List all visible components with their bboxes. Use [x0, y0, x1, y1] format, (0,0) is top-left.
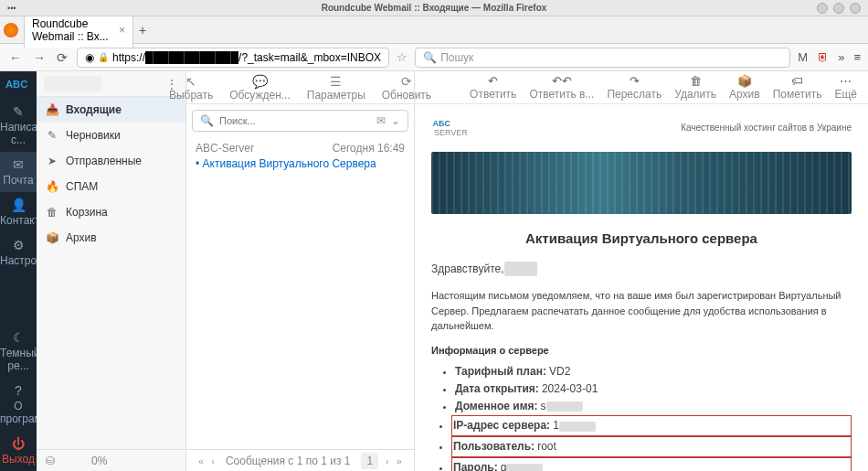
list-item: Доменное имя: s [455, 398, 852, 415]
maximize-button[interactable] [833, 3, 844, 14]
message-subject: Активация Виртуального Сервера [196, 155, 405, 173]
folder-inbox[interactable]: 📥Входящие [37, 97, 185, 123]
pagination-text: Сообщения с 1 по 1 из 1 [226, 455, 351, 467]
archive-button[interactable]: 📦Архив [729, 74, 760, 101]
window-title: Roundcube Webmail :: Входящие — Mozilla … [322, 3, 547, 13]
address-bar[interactable]: ◉ 🔒 https://████████████/?_task=mail&_mb… [77, 48, 389, 68]
prev-page-button[interactable]: ‹ [211, 455, 215, 466]
mail-button[interactable]: ✉Почта [0, 152, 37, 192]
folder-trash[interactable]: 🗑Корзина [37, 199, 185, 225]
tagline: Качественный хостинг сайтов в Украине [681, 123, 852, 133]
cursor-icon: ↖ [169, 74, 213, 89]
gmail-icon[interactable]: M [798, 50, 808, 64]
settings-button[interactable]: ⚙Настройки [0, 232, 37, 273]
extensions-icon[interactable]: » [838, 50, 844, 64]
search-placeholder: Пошук [440, 51, 473, 64]
folder-drafts[interactable]: ✎Черновики [37, 123, 185, 148]
trash-icon: 🗑 [46, 206, 58, 219]
intro-text: Настоящим письмом уведомляем, что на ваш… [431, 288, 852, 334]
more-icon: ⋯ [834, 74, 857, 88]
firefox-logo-icon [4, 23, 18, 37]
redacted [546, 401, 583, 412]
pencil-icon: ✎ [0, 104, 37, 119]
minimize-button[interactable] [817, 3, 828, 14]
inbox-icon: 📥 [46, 103, 58, 116]
replyall-icon: ↶↶ [529, 74, 594, 88]
folder-spam[interactable]: 🔥СПАМ [37, 174, 185, 199]
next-page-button[interactable]: › [386, 455, 389, 466]
forward-button[interactable]: → [31, 48, 48, 67]
sliders-icon: ☰ [307, 74, 365, 89]
browser-tab[interactable]: Roundcube Webmail :: Вх... × [24, 12, 133, 48]
list-item: Дата открытия: 2024-03-01 [455, 380, 852, 398]
message-item[interactable]: ABC-ServerСегодня 16:49 Активация Виртуа… [186, 137, 414, 177]
replyall-button[interactable]: ↶↶Ответить в... [529, 74, 594, 101]
threads-button[interactable]: 💬Обсужден... [229, 74, 291, 102]
app-menu-icon[interactable]: ••• [7, 4, 16, 13]
account-label [44, 76, 101, 91]
message-sender: ABC-Server [196, 142, 254, 155]
hero-image [431, 152, 852, 214]
power-icon: ⏻ [0, 436, 37, 451]
search-icon: 🔍 [200, 114, 214, 127]
filter-icon[interactable]: ✉ [376, 114, 386, 127]
forward-button[interactable]: ↷Переслать [607, 74, 662, 101]
about-button[interactable]: ?О програм... [0, 378, 37, 431]
chevron-down-icon[interactable]: ⌄ [391, 114, 400, 127]
logout-button[interactable]: ⏻Выход [0, 431, 37, 471]
message-date: Сегодня 16:49 [333, 142, 405, 155]
ublock-icon[interactable]: ⛨ [817, 50, 829, 64]
tab-title: Roundcube Webmail :: Вх... [32, 17, 113, 43]
more-button[interactable]: ⋯Ещё [834, 74, 857, 101]
threads-icon: 💬 [229, 74, 291, 89]
lock-icon: 🔒 [98, 52, 109, 62]
fire-icon: 🔥 [46, 180, 58, 193]
sent-icon: ➤ [46, 155, 58, 167]
archive-icon: 📦 [46, 231, 58, 244]
close-button[interactable] [850, 3, 861, 14]
mark-button[interactable]: 🏷Пометить [773, 74, 822, 101]
current-page: 1 [361, 453, 378, 469]
reply-button[interactable]: ↶Ответить [470, 74, 516, 101]
info-title: Информация о сервере [431, 345, 852, 356]
bookmark-star-icon[interactable]: ☆ [397, 50, 408, 64]
hamburger-menu-icon[interactable]: ≡ [853, 50, 861, 64]
search-icon: 🔍 [423, 51, 437, 64]
redacted [506, 464, 543, 471]
delete-icon: 🗑 [674, 74, 716, 88]
gear-icon: ⚙ [0, 238, 37, 252]
moon-icon: ☾ [0, 330, 37, 345]
new-tab-button[interactable]: + [139, 23, 146, 37]
folder-sent[interactable]: ➤Отправленные [37, 148, 185, 174]
delete-button[interactable]: 🗑Удалить [674, 74, 716, 101]
quota-disk-icon: ⛁ [46, 455, 55, 467]
contacts-button[interactable]: 👤Контакты [0, 192, 37, 232]
tag-icon: 🏷 [773, 74, 822, 88]
list-item-pass: Пароль: g [451, 457, 852, 471]
first-page-button[interactable]: « [198, 455, 204, 466]
back-button[interactable]: ← [7, 48, 24, 67]
svg-text:AБC: AБC [433, 119, 451, 128]
options-button[interactable]: ☰Параметры [307, 74, 365, 102]
message-search[interactable]: 🔍 ✉ ⌄ [192, 110, 408, 132]
last-page-button[interactable]: » [397, 455, 402, 466]
abc-server-logo-icon: AБCSERVER [431, 113, 475, 141]
search-bar[interactable]: 🔍 Пошук [415, 48, 790, 68]
close-tab-icon[interactable]: × [119, 24, 125, 37]
redacted-name [504, 262, 537, 276]
list-item-ip: IP-адрес сервера: 1 [451, 415, 852, 436]
compose-button[interactable]: ✎Написать с... [0, 99, 37, 152]
svg-text:ABC: ABC [5, 79, 27, 90]
quota-text: 0% [91, 455, 107, 467]
envelope-icon: ✉ [0, 157, 37, 172]
person-icon: 👤 [0, 198, 37, 212]
reload-button[interactable]: ⟳ [55, 48, 69, 67]
draft-icon: ✎ [46, 129, 58, 142]
svg-text:SERVER: SERVER [434, 128, 468, 137]
question-icon: ? [0, 383, 37, 398]
reply-icon: ↶ [470, 74, 516, 88]
folder-archive[interactable]: 📦Архив [37, 225, 185, 251]
select-button[interactable]: ↖Выбрать [169, 74, 213, 102]
search-input[interactable] [219, 115, 371, 126]
darkmode-button[interactable]: ☾Темный ре... [0, 325, 37, 378]
